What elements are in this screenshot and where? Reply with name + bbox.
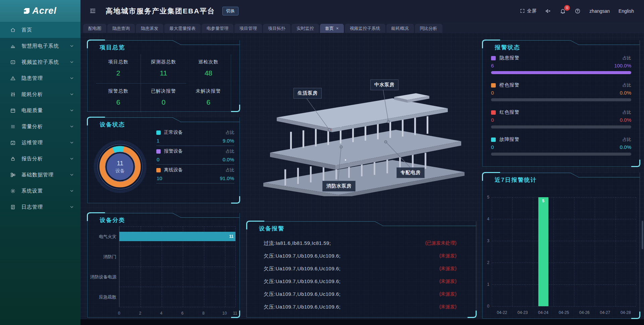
chevron-down-icon (70, 108, 74, 112)
switch-project-button[interactable]: 切换 (222, 7, 238, 15)
panel-title: 项目总览 (100, 44, 125, 51)
panel-title: 设备状态 (100, 121, 125, 128)
fullscreen-button[interactable]: 全屏 (520, 8, 536, 14)
sidebar-item[interactable]: 首页 (0, 22, 80, 38)
chevron-down-icon (70, 205, 74, 209)
alarm-row: 欠压:Ua109.7,Ub109.6,Uc109.6; (未派发) (264, 275, 457, 288)
alarm-row: 欠压:Ua109.7,Ub109.6,Uc109.6; (未派发) (264, 250, 457, 262)
progress-track (491, 125, 631, 128)
tab[interactable]: 同比分析 (415, 24, 442, 33)
language-switch[interactable]: English (619, 8, 634, 14)
mute-icon[interactable] (545, 8, 551, 14)
progress-track (491, 71, 631, 74)
bar: 11 (119, 232, 235, 241)
building-labels: 生活泵房 中水泵房 消防水泵房 专配电房 (245, 75, 486, 196)
tab-bar: 配电图 隐患查询 隐患派发 最大需量报表 电参量管理 项目管理 项目拓扑 (80, 22, 644, 33)
building-label: 生活泵房 (293, 88, 322, 99)
help-icon (575, 8, 581, 14)
chevron-down-icon (70, 60, 74, 64)
tab[interactable]: 隐患派发 (136, 24, 163, 33)
building-label: 中水泵房 (370, 79, 398, 90)
building-label: 消防水泵房 (322, 181, 356, 192)
alarm-status-row: 橙色报警 占比 0 0.0% (491, 82, 631, 101)
gear-icon (10, 188, 17, 194)
sliders-icon (10, 92, 17, 97)
tab[interactable]: 最大需量报表 (164, 24, 201, 33)
chart-icon (10, 43, 17, 49)
stat-cell: 探测器总数 11 (141, 54, 186, 84)
tab[interactable]: 项目拓扑 (263, 24, 290, 33)
panel-device-category: 设备分类 024681011电气火灾消防门消防设备电源应急疏散11 (87, 213, 240, 318)
notification-badge: 0 (564, 5, 570, 11)
category-label: 应急疏散 (76, 294, 116, 300)
progress-track (491, 153, 631, 156)
status-swatch (491, 138, 496, 142)
close-icon[interactable]: × (336, 26, 339, 31)
sidebar-item[interactable]: 日志管理 (0, 199, 80, 215)
scrollbar-thumb[interactable] (642, 221, 643, 249)
building-3d-viewer[interactable]: 生活泵房 中水泵房 消防水泵房 专配电房 (245, 75, 486, 196)
tab[interactable]: 电参量管理 (202, 24, 233, 33)
sidebar-item[interactable]: 电能质量 (0, 102, 80, 118)
calendar-icon (10, 108, 17, 113)
stat-cell: 报警总数 6 (96, 84, 141, 112)
panel-week-alarm: 近7日报警统计 01234504-2204-2304-2404-2504-260… (482, 173, 640, 319)
sidebar-item[interactable]: 智慧用电子系统 (0, 38, 80, 54)
alarm-status-badge: (未派发) (439, 266, 457, 272)
username[interactable]: zhangsan (589, 8, 610, 14)
alarm-row: 过流:Ia81.6,Ib81.59,Ic81.59; (已派发未处理) (264, 237, 457, 250)
x-axis-label: 04-27 (596, 310, 614, 315)
tab[interactable]: 项目管理 (234, 24, 262, 33)
legend-item: 正常设备 占比 1 9.0% (156, 129, 234, 146)
warning-icon (10, 75, 17, 81)
device-status-donut-chart: 11 设备 (88, 135, 152, 199)
maintenance-icon (10, 140, 17, 146)
x-axis-label: 04-23 (514, 310, 531, 315)
sidebar-item[interactable]: 能耗分析 (0, 86, 80, 102)
app-header: Acrel 高地城市服务产业集团EBA平台 切换 全屏 0 zhangsan E (0, 0, 644, 22)
tab[interactable]: 实时监控 (291, 24, 319, 33)
tab[interactable]: 首页 × (320, 24, 344, 33)
chevron-down-icon (70, 44, 74, 48)
tab[interactable]: 配电图 (83, 24, 106, 33)
sidebar-item[interactable]: 隐患管理 (0, 70, 80, 86)
sidebar-item[interactable]: 基础数据管理 (0, 167, 80, 183)
x-axis-label: 04-25 (555, 310, 573, 315)
chevron-down-icon (70, 173, 74, 177)
alarm-list: 过流:Ia81.6,Ib81.59,Ic81.59; (已派发未处理) 欠压:U… (264, 237, 457, 313)
tab[interactable]: 能耗概况 (386, 24, 414, 33)
page-title: 高地城市服务产业集团EBA平台 (106, 6, 215, 16)
sidebar-item[interactable]: 视频监控子系统 (0, 54, 80, 70)
alarm-status-badge: (未派发) (439, 304, 457, 310)
alarm-status-row: 隐患报警 占比 6 100.0% (491, 55, 631, 74)
stat-cell: 未解决报警 6 (186, 84, 231, 112)
chevron-down-icon (70, 92, 74, 96)
sidebar-item[interactable]: 报告分析 (0, 151, 80, 167)
chevron-down-icon (70, 141, 74, 145)
chevron-down-icon (70, 189, 74, 193)
tab[interactable]: 隐患查询 (107, 24, 135, 33)
chevron-down-icon (70, 76, 74, 80)
sidebar-item[interactable]: 运维管理 (0, 134, 80, 151)
x-axis-label: 04-22 (493, 310, 511, 315)
tab[interactable]: 视频监控子系统 (345, 24, 385, 33)
status-swatch (491, 56, 496, 60)
svg-text:设备: 设备 (115, 168, 125, 173)
panel-device-status: 设备状态 11 设备 正常设备 占比 (87, 117, 240, 203)
help-button[interactable] (575, 8, 581, 14)
panel-title: 近7日报警统计 (495, 176, 537, 184)
panel-title: 设备报警 (259, 225, 284, 232)
device-status-legend: 正常设备 占比 1 9.0% 报警设备 占比 (156, 129, 234, 186)
x-axis-label: 04-26 (576, 310, 593, 315)
stat-cell: 巡检次数 48 (186, 54, 231, 84)
notifications-button[interactable]: 0 (560, 8, 566, 14)
status-swatch (491, 110, 496, 115)
brand-name: Acrel (32, 6, 57, 16)
category-label: 消防设备电源 (76, 274, 116, 280)
sidebar-item[interactable]: 系统设置 (0, 183, 80, 199)
sidebar-item[interactable]: 需量分析 (0, 118, 80, 134)
chevron-down-icon (70, 157, 74, 161)
sidebar-collapse-icon[interactable] (89, 7, 96, 14)
alarm-status-list: 隐患报警 占比 6 100.0% 橙色报警 (491, 55, 631, 164)
log-icon (10, 204, 17, 210)
